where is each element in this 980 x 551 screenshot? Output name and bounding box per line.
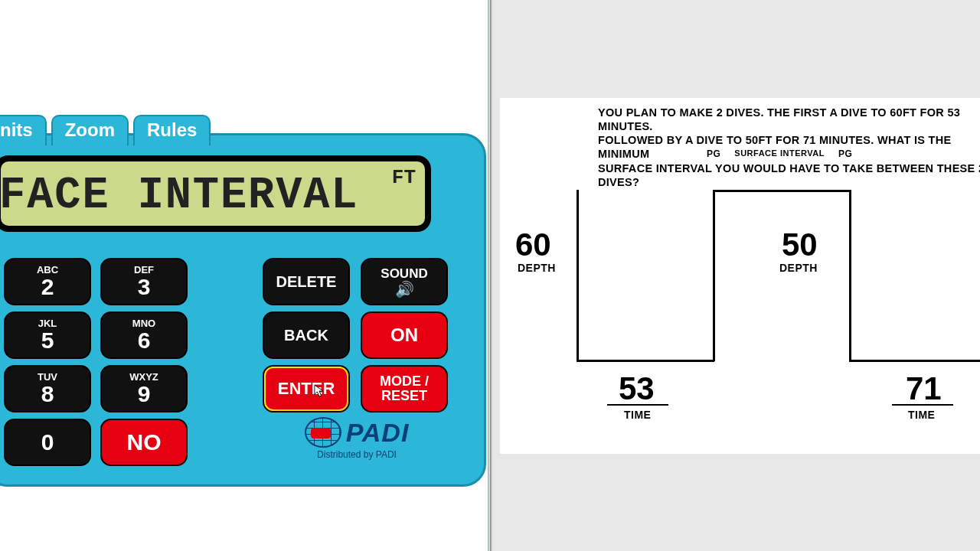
logo-text: PADI [346, 418, 410, 448]
key-9-digit: 9 [138, 383, 151, 406]
speaker-icon: 🔊 [395, 282, 414, 297]
tab-zoom[interactable]: Zoom [51, 115, 129, 145]
key-3[interactable]: DEF 3 [100, 258, 188, 305]
time2-value: 71 [906, 370, 942, 407]
tab-units[interactable]: nits [0, 115, 47, 145]
time1-value: 53 [619, 370, 655, 407]
key-mode-label: MODE / RESET [380, 374, 429, 403]
depth1-value: 60 [515, 227, 551, 263]
logo-subtext: Distributed by PADI [284, 449, 430, 460]
pg-2: PG [838, 148, 852, 159]
key-on[interactable]: ON [361, 311, 448, 359]
lcd-text: RFACE INTERVAL [1, 169, 358, 221]
key-sound-label: SOUND [381, 267, 427, 280]
control-keys: DELETE SOUND 🔊 BACK ON ENTER [263, 258, 448, 419]
key-sound[interactable]: SOUND 🔊 [361, 258, 448, 305]
pg-1: PG [707, 148, 720, 159]
time2-underline [892, 404, 953, 406]
key-0-digit: 0 [41, 431, 54, 454]
tab-bar: nits Zoom Rules [0, 115, 211, 145]
si-label: SURFACE INTERVAL [734, 148, 825, 159]
problem-line3: SURFACE INTERVAL YOU WOULD HAVE TO TAKE … [598, 162, 980, 188]
key-no-label: NO [127, 431, 162, 454]
depth2-label: DEPTH [779, 262, 818, 274]
depth2-value: 50 [782, 227, 818, 263]
problem-line1: YOU PLAN TO MAKE 2 DIVES. THE FIRST A DI… [598, 106, 960, 132]
problem-text: YOU PLAN TO MAKE 2 DIVES. THE FIRST A DI… [598, 106, 980, 189]
depth1-label: DEPTH [518, 262, 556, 274]
calculator-panel: nits Zoom Rules RFACE INTERVAL FT ABC 2 … [0, 0, 490, 551]
key-on-label: ON [390, 326, 418, 344]
key-mode-reset[interactable]: MODE / RESET [361, 365, 448, 412]
key-3-digit: 3 [138, 276, 151, 298]
time2-label: TIME [908, 409, 935, 421]
lcd-unit: FT [392, 166, 416, 189]
tab-rules[interactable]: Rules [133, 115, 211, 145]
key-back-label: BACK [284, 328, 328, 343]
key-8[interactable]: TUV 8 [4, 365, 91, 412]
erdpml-device: RFACE INTERVAL FT ABC 2 DEF 3 JKL 5 [0, 133, 486, 487]
key-6-digit: 6 [138, 329, 151, 352]
problem-panel: YOU PLAN TO MAKE 2 DIVES. THE FIRST A DI… [492, 0, 980, 551]
key-delete-label: DELETE [276, 274, 337, 289]
key-6[interactable]: MNO 6 [100, 311, 188, 359]
globe-icon [305, 417, 341, 448]
key-no[interactable]: NO [100, 419, 188, 466]
dive-profile-diagram: 60 DEPTH 50 DEPTH 53 TIME 71 TIME [577, 190, 980, 404]
time1-label: TIME [624, 409, 651, 421]
key-2-digit: 2 [41, 276, 54, 298]
pg-labels: PG SURFACE INTERVAL PG [707, 148, 852, 159]
key-back[interactable]: BACK [263, 311, 350, 359]
key-enter[interactable]: ENTER [263, 365, 350, 412]
numeric-keypad: ABC 2 DEF 3 JKL 5 MNO 6 [4, 258, 188, 472]
key-5[interactable]: JKL 5 [4, 311, 91, 359]
key-2[interactable]: ABC 2 [4, 258, 91, 305]
key-enter-label: ENTER [278, 380, 335, 397]
key-9[interactable]: WXYZ 9 [100, 365, 188, 412]
key-8-digit: 8 [41, 383, 54, 406]
time1-underline [607, 404, 668, 406]
key-5-digit: 5 [41, 329, 54, 352]
problem-sheet: YOU PLAN TO MAKE 2 DIVES. THE FIRST A DI… [500, 98, 980, 454]
padi-logo: PADI Distributed by PADI [284, 417, 430, 460]
lcd-frame: RFACE INTERVAL FT [0, 155, 431, 232]
key-delete[interactable]: DELETE [263, 258, 350, 305]
lcd-display: RFACE INTERVAL FT [1, 161, 425, 226]
key-0[interactable]: 0 [4, 419, 91, 466]
